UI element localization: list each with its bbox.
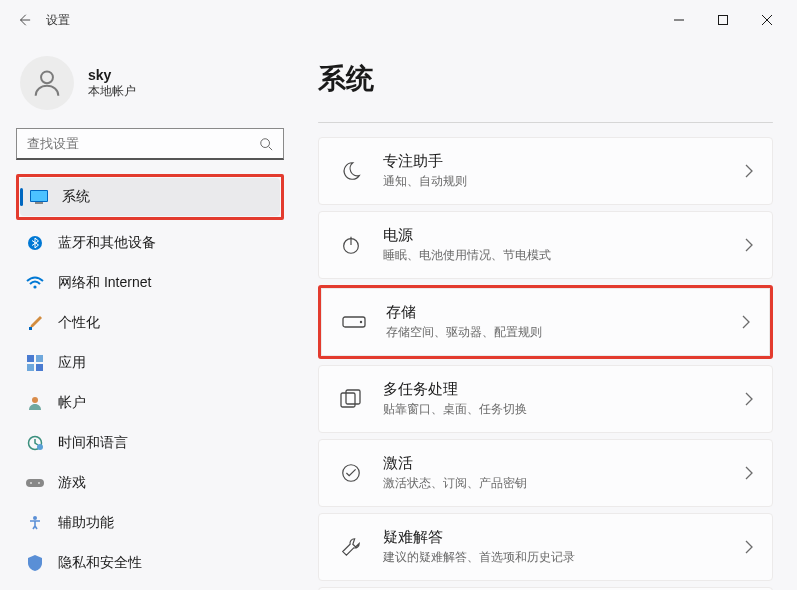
gamepad-icon bbox=[26, 474, 44, 492]
svg-rect-14 bbox=[36, 355, 43, 362]
sidebar-item-network[interactable]: 网络和 Internet bbox=[16, 264, 284, 302]
search-box[interactable] bbox=[16, 128, 284, 160]
card-title: 专注助手 bbox=[383, 152, 744, 171]
sidebar-item-label: 个性化 bbox=[58, 314, 100, 332]
chevron-right-icon bbox=[744, 466, 754, 480]
check-circle-icon bbox=[337, 459, 365, 487]
svg-point-19 bbox=[37, 444, 43, 450]
card-subtitle: 存储空间、驱动器、配置规则 bbox=[386, 324, 741, 341]
system-icon bbox=[30, 188, 48, 206]
sidebar-item-label: 蓝牙和其他设备 bbox=[58, 234, 156, 252]
divider bbox=[318, 122, 773, 123]
close-icon bbox=[762, 15, 772, 25]
card-storage[interactable]: 存储 存储空间、驱动器、配置规则 bbox=[321, 288, 770, 356]
apps-icon bbox=[26, 354, 44, 372]
power-icon bbox=[337, 231, 365, 259]
svg-point-5 bbox=[261, 138, 270, 147]
clock-icon bbox=[26, 434, 44, 452]
brush-icon bbox=[26, 314, 44, 332]
sidebar-item-label: 网络和 Internet bbox=[58, 274, 151, 292]
user-subtitle: 本地帐户 bbox=[88, 83, 136, 100]
arrow-left-icon bbox=[17, 13, 31, 27]
card-title: 存储 bbox=[386, 303, 741, 322]
search-input[interactable] bbox=[27, 136, 259, 151]
chevron-right-icon bbox=[744, 540, 754, 554]
maximize-button[interactable] bbox=[701, 4, 745, 36]
svg-rect-8 bbox=[31, 191, 47, 201]
maximize-icon bbox=[718, 15, 728, 25]
search-icon bbox=[259, 137, 273, 151]
close-button[interactable] bbox=[745, 4, 789, 36]
shield-icon bbox=[26, 554, 44, 572]
chevron-right-icon bbox=[741, 315, 751, 329]
window-title: 设置 bbox=[46, 12, 70, 29]
bluetooth-icon bbox=[26, 234, 44, 252]
sidebar: sky 本地帐户 系统 蓝牙和其他设备 bbox=[0, 40, 296, 590]
svg-point-11 bbox=[33, 285, 36, 288]
minimize-button[interactable] bbox=[657, 4, 701, 36]
svg-line-6 bbox=[269, 146, 273, 150]
sidebar-item-label: 隐私和安全性 bbox=[58, 554, 142, 572]
card-title: 疑难解答 bbox=[383, 528, 744, 547]
titlebar: 设置 bbox=[0, 0, 797, 40]
sidebar-item-bluetooth[interactable]: 蓝牙和其他设备 bbox=[16, 224, 284, 262]
svg-point-4 bbox=[41, 71, 53, 83]
svg-point-23 bbox=[33, 516, 37, 520]
sidebar-item-time[interactable]: 时间和语言 bbox=[16, 424, 284, 462]
sidebar-item-label: 帐户 bbox=[58, 394, 86, 412]
svg-rect-1 bbox=[719, 16, 728, 25]
user-panel[interactable]: sky 本地帐户 bbox=[16, 48, 284, 128]
sidebar-item-label: 游戏 bbox=[58, 474, 86, 492]
card-subtitle: 通知、自动规则 bbox=[383, 173, 744, 190]
moon-icon bbox=[337, 157, 365, 185]
card-subtitle: 贴靠窗口、桌面、任务切换 bbox=[383, 401, 744, 418]
card-multitask[interactable]: 多任务处理 贴靠窗口、桌面、任务切换 bbox=[318, 365, 773, 433]
page-title: 系统 bbox=[318, 60, 773, 98]
svg-rect-28 bbox=[341, 393, 355, 407]
user-name: sky bbox=[88, 67, 136, 83]
svg-rect-9 bbox=[35, 202, 43, 204]
sidebar-item-accessibility[interactable]: 辅助功能 bbox=[16, 504, 284, 542]
settings-cards: 专注助手 通知、自动规则 电源 睡眠、电池使用情况、节电模式 bbox=[318, 137, 773, 590]
card-power[interactable]: 电源 睡眠、电池使用情况、节电模式 bbox=[318, 211, 773, 279]
accessibility-icon bbox=[26, 514, 44, 532]
minimize-icon bbox=[674, 15, 684, 25]
svg-rect-12 bbox=[29, 327, 32, 330]
sidebar-item-system[interactable]: 系统 bbox=[20, 178, 280, 216]
svg-rect-16 bbox=[36, 364, 43, 371]
chevron-right-icon bbox=[744, 164, 754, 178]
card-subtitle: 睡眠、电池使用情况、节电模式 bbox=[383, 247, 744, 264]
chevron-right-icon bbox=[744, 392, 754, 406]
svg-point-21 bbox=[30, 482, 32, 484]
svg-rect-13 bbox=[27, 355, 34, 362]
sidebar-item-accounts[interactable]: 帐户 bbox=[16, 384, 284, 422]
sidebar-item-label: 应用 bbox=[58, 354, 86, 372]
back-button[interactable] bbox=[8, 4, 40, 36]
main-content: 系统 专注助手 通知、自动规则 电源 睡眠、电池使用情况、节电模式 bbox=[296, 40, 797, 590]
card-focus[interactable]: 专注助手 通知、自动规则 bbox=[318, 137, 773, 205]
card-activation[interactable]: 激活 激活状态、订阅、产品密钥 bbox=[318, 439, 773, 507]
svg-point-22 bbox=[38, 482, 40, 484]
sidebar-item-apps[interactable]: 应用 bbox=[16, 344, 284, 382]
sidebar-item-privacy[interactable]: 隐私和安全性 bbox=[16, 544, 284, 582]
sidebar-item-label: 辅助功能 bbox=[58, 514, 114, 532]
chevron-right-icon bbox=[744, 238, 754, 252]
sidebar-item-personalize[interactable]: 个性化 bbox=[16, 304, 284, 342]
card-title: 电源 bbox=[383, 226, 744, 245]
account-icon bbox=[26, 394, 44, 412]
wrench-icon bbox=[337, 533, 365, 561]
svg-rect-29 bbox=[346, 390, 360, 404]
svg-rect-15 bbox=[27, 364, 34, 371]
sidebar-item-gaming[interactable]: 游戏 bbox=[16, 464, 284, 502]
multitask-icon bbox=[337, 385, 365, 413]
card-troubleshoot[interactable]: 疑难解答 建议的疑难解答、首选项和历史记录 bbox=[318, 513, 773, 581]
person-icon bbox=[30, 66, 64, 100]
sidebar-item-label: 时间和语言 bbox=[58, 434, 128, 452]
wifi-icon bbox=[26, 274, 44, 292]
sidebar-nav: 系统 蓝牙和其他设备 网络和 Internet 个性化 bbox=[16, 174, 284, 582]
svg-rect-20 bbox=[26, 479, 44, 487]
card-subtitle: 激活状态、订阅、产品密钥 bbox=[383, 475, 744, 492]
storage-icon bbox=[340, 308, 368, 336]
card-title: 多任务处理 bbox=[383, 380, 744, 399]
svg-point-17 bbox=[32, 397, 38, 403]
